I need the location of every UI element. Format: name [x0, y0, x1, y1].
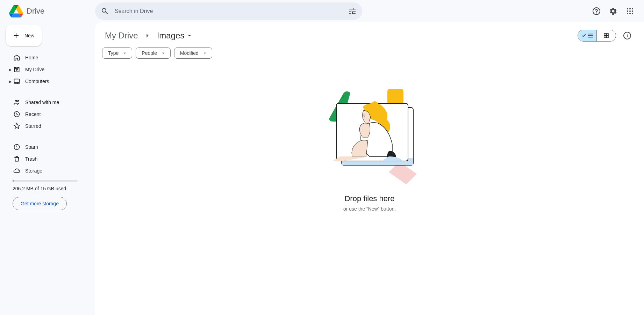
clock-icon — [13, 110, 21, 118]
svg-point-27 — [363, 112, 363, 113]
header-actions — [589, 4, 638, 18]
cloud-icon — [13, 167, 21, 175]
details-button[interactable] — [620, 29, 634, 43]
sidebar-item-starred[interactable]: Starred — [6, 120, 91, 132]
search-input[interactable] — [115, 8, 348, 14]
dropdown-arrow-icon — [122, 50, 128, 56]
check-icon — [581, 33, 587, 38]
logo-section[interactable]: Drive — [6, 4, 95, 18]
svg-rect-19 — [604, 36, 606, 38]
filter-modified[interactable]: Modified — [174, 47, 212, 59]
sidebar-item-shared[interactable]: Shared with me — [6, 96, 91, 108]
svg-point-14 — [17, 101, 19, 102]
empty-state[interactable]: Drop files here or use the “New” button. — [102, 66, 637, 212]
empty-illustration — [319, 87, 420, 184]
info-icon — [623, 31, 631, 40]
new-button-label: New — [24, 33, 34, 38]
svg-point-26 — [371, 101, 378, 108]
get-storage-button[interactable]: Get more storage — [13, 197, 67, 210]
dropdown-arrow-icon — [202, 50, 208, 56]
storage-section: 206.2 MB of 15 GB used Get more storage — [6, 180, 91, 210]
list-view-button[interactable] — [578, 30, 597, 41]
empty-title: Drop files here — [344, 194, 394, 203]
nav-label: Starred — [25, 123, 41, 129]
svg-point-7 — [632, 10, 633, 12]
header: Drive — [0, 0, 644, 22]
svg-rect-12 — [14, 79, 20, 82]
spam-icon — [13, 143, 21, 151]
nav-label: Storage — [25, 168, 42, 174]
filter-people[interactable]: People — [136, 47, 171, 59]
expand-icon[interactable]: ▶ — [8, 80, 13, 83]
filter-row: Type People Modified — [102, 47, 637, 59]
svg-point-10 — [632, 13, 633, 14]
grid-icon — [603, 32, 609, 39]
svg-point-3 — [629, 8, 631, 9]
settings-button[interactable] — [606, 4, 620, 18]
new-button[interactable]: New — [6, 25, 42, 46]
list-icon — [587, 32, 594, 39]
help-button[interactable] — [589, 4, 603, 18]
search-bar[interactable] — [95, 2, 362, 20]
computer-icon — [13, 77, 21, 86]
chevron-right-icon — [144, 32, 151, 39]
svg-rect-17 — [604, 34, 606, 35]
nav-label: My Drive — [25, 67, 44, 72]
sidebar-item-spam[interactable]: Spam — [6, 141, 91, 153]
dropdown-arrow-icon — [186, 32, 193, 39]
sidebar-item-computers[interactable]: ▶ Computers — [6, 75, 91, 87]
svg-point-5 — [627, 10, 628, 12]
sidebar-item-home[interactable]: Home — [6, 52, 91, 64]
nav-label: Shared with me — [25, 100, 59, 105]
nav-label: Trash — [25, 156, 37, 162]
expand-icon[interactable]: ▶ — [8, 68, 13, 72]
app-name: Drive — [27, 7, 44, 16]
sidebar-item-trash[interactable]: Trash — [6, 153, 91, 165]
svg-rect-22 — [387, 89, 403, 105]
gear-icon — [609, 7, 617, 15]
apps-button[interactable] — [623, 4, 637, 18]
sidebar-item-my-drive[interactable]: ▶ My Drive — [6, 64, 91, 75]
breadcrumb-current[interactable]: Images — [154, 29, 196, 42]
nav-label: Recent — [25, 111, 41, 117]
trash-icon — [13, 155, 21, 163]
advanced-search-icon[interactable] — [348, 7, 357, 15]
dropdown-arrow-icon — [160, 50, 166, 56]
grid-view-button[interactable] — [597, 30, 616, 41]
empty-subtitle: or use the “New” button. — [343, 206, 396, 212]
plus-icon — [12, 31, 20, 40]
breadcrumb-root[interactable]: My Drive — [102, 29, 141, 42]
storage-usage-text: 206.2 MB of 15 GB used — [13, 186, 89, 191]
storage-bar — [13, 180, 78, 182]
svg-rect-20 — [607, 36, 608, 38]
svg-point-2 — [627, 8, 628, 9]
home-icon — [13, 53, 21, 62]
svg-rect-18 — [607, 34, 608, 35]
svg-point-9 — [629, 13, 631, 14]
svg-point-8 — [627, 13, 628, 14]
search-icon — [101, 7, 109, 15]
svg-point-13 — [15, 100, 17, 102]
svg-point-1 — [596, 13, 597, 13]
help-icon — [592, 7, 601, 15]
apps-grid-icon — [626, 7, 634, 15]
nav-label: Computers — [25, 79, 49, 84]
svg-point-4 — [632, 8, 633, 9]
breadcrumb: My Drive Images — [102, 29, 195, 42]
nav-label: Spam — [25, 144, 38, 150]
sidebar-item-storage[interactable]: Storage — [6, 165, 91, 177]
sidebar: New Home ▶ My Drive ▶ Computers — [0, 22, 95, 315]
main-content: My Drive Images — [95, 22, 644, 315]
star-icon — [13, 122, 21, 130]
people-icon — [13, 98, 21, 107]
svg-point-6 — [629, 10, 631, 12]
sidebar-item-recent[interactable]: Recent — [6, 108, 91, 120]
nav-label: Home — [25, 55, 38, 60]
drive-folder-icon — [13, 65, 21, 74]
view-toggle — [578, 30, 616, 42]
drive-logo-icon — [9, 4, 23, 18]
filter-type[interactable]: Type — [102, 47, 132, 59]
view-controls — [578, 29, 634, 43]
